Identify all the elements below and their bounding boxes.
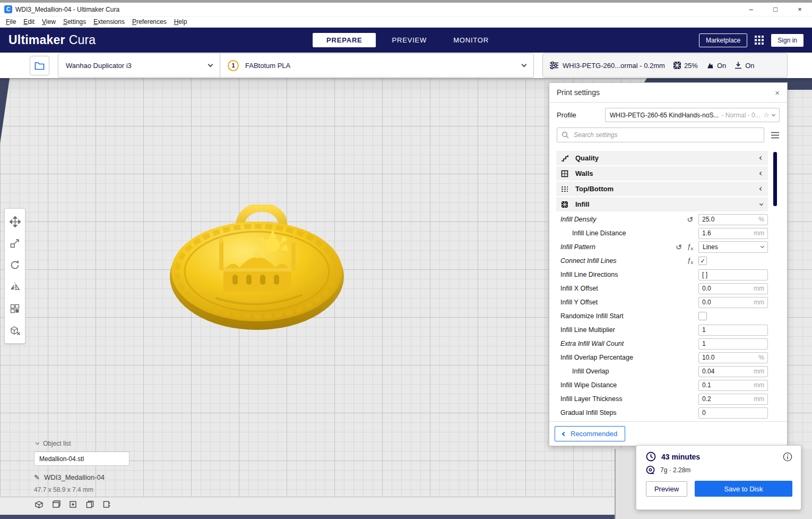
save-to-disk-button[interactable]: Save to Disk: [695, 481, 792, 497]
infill-layer-thickness-input[interactable]: [698, 394, 768, 405]
close-panel-icon[interactable]: ×: [775, 88, 780, 97]
marketplace-button[interactable]: Marketplace: [699, 33, 747, 47]
support-blocker-button[interactable]: [8, 324, 21, 337]
menu-view[interactable]: View: [38, 18, 59, 25]
randomize-infill-start-checkbox[interactable]: [698, 312, 707, 320]
stage-tabs: PREPARE PREVIEW MONITOR: [313, 33, 499, 47]
job-name: WDI3_Medallion-04: [44, 473, 105, 481]
infill-x-offset-input[interactable]: [698, 283, 768, 294]
print-settings-panel: Print settings × Profile WHI3-PETG-260-6…: [549, 82, 788, 446]
search-icon: [562, 131, 569, 139]
sign-in-button[interactable]: Sign in: [771, 34, 804, 47]
search-settings-input[interactable]: [573, 131, 759, 139]
chevron-down-icon: [522, 62, 527, 67]
printer-selector[interactable]: Wanhao Duplicator i3: [58, 54, 220, 77]
model-dimensions: 47.7 x 58.9 x 7.4 mm: [34, 486, 167, 494]
settings-menu-icon[interactable]: [771, 132, 780, 139]
formula-icon[interactable]: ƒx: [687, 257, 693, 265]
per-model-settings-button[interactable]: [8, 302, 21, 315]
infill-overlap-input[interactable]: [698, 366, 768, 377]
tool-panel: [4, 208, 25, 344]
info-icon[interactable]: [783, 452, 792, 462]
title-bar: C WDI3_Medallion-04 - Ultimaker Cura – □…: [0, 3, 812, 16]
infill-icon: [561, 201, 568, 208]
category-walls[interactable]: Walls: [556, 166, 768, 181]
infill-wipe-distance-input[interactable]: [698, 380, 768, 391]
menu-edit[interactable]: Edit: [20, 18, 38, 25]
infill-pattern-select[interactable]: Lines: [698, 241, 768, 253]
profile-suffix: - Normal - 0...: [721, 112, 761, 119]
chevron-left-icon: [759, 156, 763, 160]
tab-monitor[interactable]: MONITOR: [443, 33, 499, 47]
apps-grid-icon: [755, 36, 764, 45]
object-tool-icon-5[interactable]: [102, 499, 111, 509]
move-tool-button[interactable]: [8, 215, 21, 228]
connect-infill-lines-checkbox[interactable]: ✓: [698, 257, 707, 265]
setting-randomize-infill-start: Randomize Infill Start: [556, 309, 768, 323]
maximize-button[interactable]: □: [763, 3, 788, 16]
menu-help[interactable]: Help: [170, 18, 191, 25]
quality-icon: [561, 155, 568, 162]
infill-icon: [673, 61, 681, 70]
minimize-button[interactable]: –: [739, 3, 763, 16]
summary-profile-text: WHI3-PETG-260...ormal - 0.2mm: [563, 62, 665, 70]
object-tool-icon-2[interactable]: [51, 499, 61, 509]
settings-scrollbar[interactable]: [773, 152, 777, 206]
infill-line-directions-input[interactable]: [698, 269, 768, 280]
formula-icon[interactable]: ƒx: [687, 243, 693, 251]
infill-line-distance-input[interactable]: [698, 228, 768, 239]
scale-tool-button[interactable]: [8, 237, 21, 250]
setting-infill-line-multiplier: Infill Line Multiplier: [556, 323, 768, 337]
infill-density-input[interactable]: [698, 214, 768, 225]
print-settings-summary[interactable]: WHI3-PETG-260...ormal - 0.2mm 25% On: [542, 53, 788, 78]
star-icon[interactable]: ☆: [763, 111, 770, 119]
menu-settings[interactable]: Settings: [59, 18, 90, 25]
profile-select[interactable]: WHI3-PETG-260-65 KindHands-noS... - Norm…: [605, 108, 780, 122]
tab-preview[interactable]: PREVIEW: [382, 33, 438, 47]
cura-app-icon: C: [4, 5, 12, 13]
infill-y-offset-input[interactable]: [698, 297, 768, 308]
object-tool-icon-3[interactable]: [68, 499, 77, 509]
tab-prepare[interactable]: PREPARE: [313, 33, 376, 47]
reset-icon[interactable]: ↺: [687, 216, 693, 223]
object-list-header[interactable]: Object list: [34, 437, 167, 452]
infill-overlap-percentage-input[interactable]: [698, 352, 768, 363]
setting-infill-line-directions: Infill Line Directions: [556, 268, 768, 282]
object-tool-icon-4[interactable]: [85, 499, 94, 509]
category-top-bottom[interactable]: Top/Bottom: [556, 182, 768, 196]
preview-button[interactable]: Preview: [646, 481, 687, 497]
setting-infill-layer-thickness: Infill Layer Thickness mm: [556, 392, 768, 406]
rotate-tool-button[interactable]: [8, 259, 21, 271]
category-quality[interactable]: Quality: [556, 151, 768, 165]
menu-file[interactable]: File: [2, 18, 20, 25]
setting-infill-pattern: Infill Pattern ↺ ƒx Lines: [556, 240, 768, 254]
gradual-infill-steps-input[interactable]: [698, 407, 768, 419]
object-tool-icon-1[interactable]: [34, 499, 44, 509]
mirror-tool-button[interactable]: [8, 280, 21, 293]
setting-infill-x-offset: Infill X Offset mm: [556, 282, 768, 295]
chevron-left-icon: [562, 431, 566, 436]
material-selector[interactable]: 1 FABtotum PLA: [220, 54, 533, 77]
chevron-left-icon: [759, 187, 763, 191]
menu-preferences[interactable]: Preferences: [128, 18, 170, 25]
machine-selection-bar: Wanhao Duplicator i3 1 FABtotum PLA: [58, 53, 534, 78]
medallion-model[interactable]: [169, 205, 347, 335]
job-name-row[interactable]: ✎ WDI3_Medallion-04: [34, 473, 167, 481]
category-infill[interactable]: Infill: [556, 197, 768, 211]
menu-bar: File Edit View Settings Extensions Prefe…: [0, 16, 812, 28]
setting-infill-wipe-distance: Infill Wipe Distance mm: [556, 378, 768, 392]
print-settings-title: Print settings: [557, 88, 600, 97]
3d-viewport[interactable]: Object list Medallion-04.stl ✎ WDI3_Meda…: [0, 78, 812, 519]
extra-infill-wall-count-input[interactable]: [698, 338, 768, 350]
menu-extensions[interactable]: Extensions: [90, 18, 128, 25]
open-file-button[interactable]: [30, 56, 49, 75]
close-button[interactable]: ×: [788, 3, 812, 16]
infill-line-multiplier-input[interactable]: [698, 325, 768, 336]
extruder-number-badge: 1: [228, 60, 239, 71]
reset-icon[interactable]: ↺: [676, 243, 682, 251]
object-list-item[interactable]: Medallion-04.stl: [34, 452, 129, 466]
recommended-button[interactable]: Recommended: [555, 426, 625, 441]
search-row: [549, 124, 787, 147]
apps-grid-button[interactable]: [755, 36, 764, 45]
setting-infill-overlap: Infill Overlap mm: [556, 364, 768, 378]
